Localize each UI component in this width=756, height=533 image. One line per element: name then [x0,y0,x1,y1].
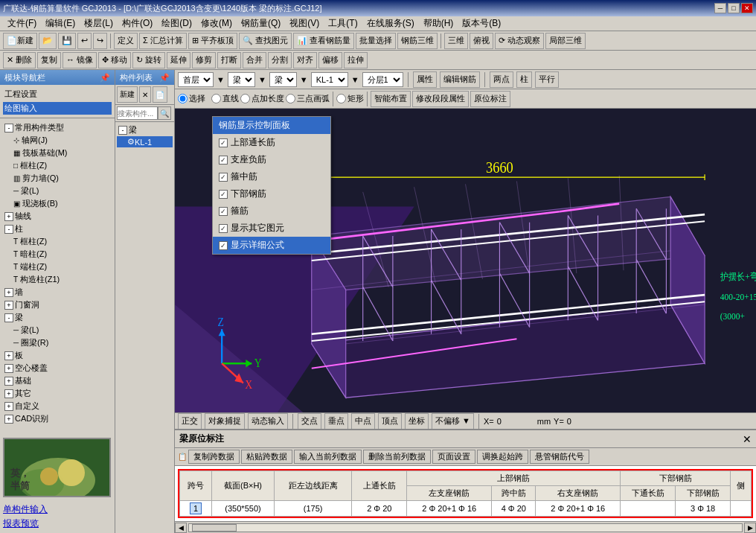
tree-foundation[interactable]: + 基础 [3,374,112,387]
edit-rebar-btn[interactable]: 编辑钢筋 [440,71,480,88]
cell-top-thru[interactable]: 2 Φ 20 [352,501,407,517]
tb-3d[interactable]: 三维 [444,33,468,49]
tb-undo[interactable]: ↩ [77,33,92,49]
tree-end-col[interactable]: T 端柱(Z) [3,261,112,273]
tb-define[interactable]: 定义 [114,33,138,49]
tb-trim[interactable]: 修剪 [192,52,216,68]
input-col-btn[interactable]: 输入当前列数据 [294,450,362,464]
modify-segment-btn[interactable]: 修改段段属性 [412,91,469,107]
tree-hollow-floor[interactable]: + 空心楼盖 [3,362,112,374]
intersection-btn[interactable]: 交点 [298,413,321,430]
menu-version[interactable]: 版本号(B) [458,17,505,30]
tb-stretch[interactable]: 拉伸 [344,52,368,68]
tb-rotate[interactable]: ↻ 旋转 [132,52,165,68]
tb-save[interactable]: 💾 [58,33,76,49]
tb-mirror[interactable]: ↔ 镜像 [63,52,97,68]
popup-stirrup[interactable]: 箍筋 [213,202,330,220]
page-settings-btn[interactable]: 页面设置 [432,450,475,464]
close-button[interactable]: ✕ [741,3,753,13]
popup-support-neg[interactable]: 支座负筋 [213,151,330,168]
menu-rebar[interactable]: 钢筋量(Q) [237,17,285,30]
stirrup-checkbox[interactable] [219,207,228,216]
comp-panel-pin[interactable]: 📌 [159,73,170,83]
single-component-link[interactable]: 单构件输入 [3,503,112,516]
col-btn[interactable]: 柱 [516,71,532,88]
tree-beam[interactable]: - 梁 [3,311,112,324]
tree-frame-col[interactable]: □ 框柱(Z) [3,159,112,172]
tree-common-types[interactable]: - 常用构件类型 [3,121,112,134]
line-radio[interactable]: 直线 [211,93,239,104]
rect-radio[interactable]: 矩形 [336,93,364,104]
scroll-right-btn[interactable]: ▶ [744,523,756,533]
menu-component[interactable]: 构件(O) [118,17,157,30]
tb-move[interactable]: ✥ 移动 [98,52,131,68]
bot-rebar-checkbox[interactable] [219,190,228,199]
tree-shear-wall[interactable]: ▥ 剪力墙(Q) [3,172,112,185]
support-neg-checkbox[interactable] [219,156,228,165]
maximize-button[interactable]: □ [728,3,740,13]
tb-align[interactable]: ⊞ 平齐板顶 [188,33,237,49]
nav-draw-input[interactable]: 绘图输入 [3,102,112,115]
menu-view[interactable]: 视图(V) [285,17,324,30]
point-len-radio[interactable]: 点加长度 [240,93,284,104]
tb-split[interactable]: 分割 [268,52,292,68]
ortho-btn[interactable]: 正交 [178,413,202,430]
original-annotation-btn[interactable]: 原位标注 [470,91,510,107]
tb-merge[interactable]: 合并 [243,52,266,68]
tree-axis-line[interactable]: + 轴线 [3,210,112,223]
scrollbar-thumb[interactable] [192,524,237,532]
tb-sum[interactable]: Σ 汇总计算 [139,33,187,49]
midpoint-btn[interactable]: 中点 [351,413,375,430]
popup-mid-bar[interactable]: 箍中筋 [213,168,330,185]
show-formula-checkbox[interactable] [219,241,228,250]
tree-axis[interactable]: ⊹ 轴网(J) [3,134,112,147]
dynamic-input-btn[interactable]: 动态输入 [248,413,288,430]
switch-span-btn[interactable]: 调换起始跨 [477,450,528,464]
no-offset-btn[interactable]: 不偏移 ▼ [432,413,474,430]
coord-btn[interactable]: 坐标 [405,413,429,430]
smart-layout-btn[interactable]: 智能布置 [371,91,411,107]
property-btn[interactable]: 属性 [413,71,437,88]
tree-wall[interactable]: + 墙 [3,286,112,299]
comp-beam-group[interactable]: - 梁 [117,124,173,136]
suspension-rebar-btn[interactable]: 悬管钢筋代号 [530,450,589,464]
menu-draw[interactable]: 绘图(D) [157,17,196,30]
comp-kl1[interactable]: ⚙ KL-1 [117,136,173,147]
report-preview-link[interactable]: 报表预览 [3,517,112,530]
tree-beam-l[interactable]: ─ 梁(L) [3,185,112,197]
tree-slab2[interactable]: + 板 [3,349,112,362]
parallel-btn[interactable]: 平行 [535,71,559,88]
popup-show-formula[interactable]: 显示详细公式 [213,237,330,254]
tree-ring-beam[interactable]: ─ 圈梁(R) [3,336,112,349]
tb-new[interactable]: 📄新建 [3,33,37,49]
tb-break[interactable]: 打断 [217,52,241,68]
endpoint-btn[interactable]: 顶点 [378,413,402,430]
paste-span-btn[interactable]: 粘贴跨数据 [241,450,292,464]
minimize-button[interactable]: ─ [714,3,726,13]
tb-view-rebar[interactable]: 📊 查看钢筋量 [293,33,354,49]
select-radio[interactable]: 选择 [178,93,205,104]
tb-redo[interactable]: ↪ [93,33,107,49]
panel-close-btn[interactable]: ✕ [743,433,752,445]
menu-edit[interactable]: 编辑(E) [41,17,80,30]
cell-side[interactable] [731,501,752,517]
perpendicular-btn[interactable]: 垂点 [324,413,348,430]
tree-col[interactable]: - 柱 [3,223,112,235]
element-type-select[interactable]: 梁 [228,72,255,87]
cell-left-seat[interactable]: 2 Φ 20+1 Φ 16 [407,501,492,517]
partition-select[interactable]: 分层1 [362,72,403,87]
tb-align-op[interactable]: 对齐 [293,52,317,68]
cell-mid[interactable]: 4 Φ 20 [492,501,536,517]
element-name-select[interactable]: KL-1 [311,72,348,87]
menu-tools[interactable]: 工具(T) [324,17,362,30]
tree-raft[interactable]: ▦ 筏板基础(M) [3,147,112,159]
tb-find[interactable]: 🔍 查找图元 [239,33,292,49]
two-point-btn[interactable]: 两点 [490,71,513,88]
top-thru-checkbox[interactable] [219,138,228,147]
popup-top-thru[interactable]: 上部通长筋 [213,134,330,151]
copy-span-btn[interactable]: 复制跨数据 [188,450,240,464]
tree-door-window[interactable]: + 门窗洞 [3,299,112,311]
comp-search-input[interactable] [117,106,158,120]
search-btn[interactable]: 🔍 [158,106,171,120]
tb-copy[interactable]: 复制 [37,52,61,68]
